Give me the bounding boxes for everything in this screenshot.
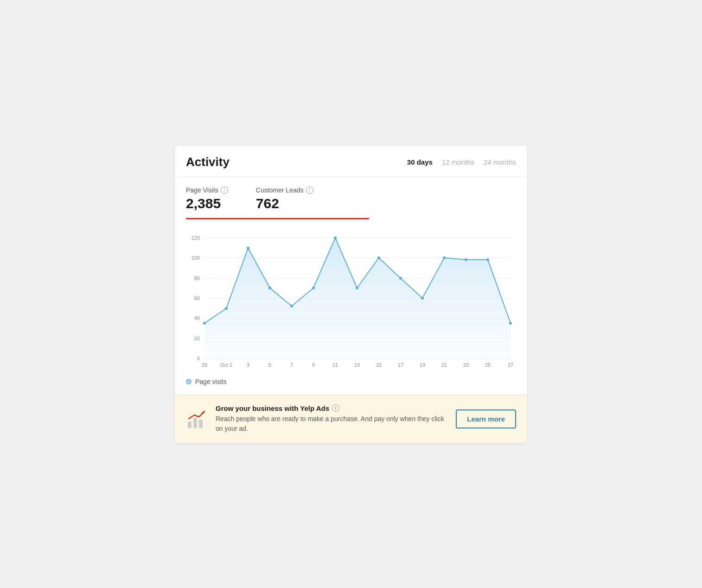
- data-point-3: [247, 247, 249, 249]
- page-title: Activity: [186, 155, 230, 169]
- x-label-19: 19: [420, 362, 425, 368]
- y-label-0: 0: [197, 356, 200, 361]
- promo-text-block: Grow your business with Yelp Ads i Reach…: [216, 404, 448, 434]
- x-label-27: 27: [508, 362, 513, 368]
- legend-label-page-visits: Page visits: [195, 378, 227, 385]
- metrics-row: Page Visits i 2,385 Customer Leads i 762: [175, 177, 527, 211]
- customer-leads-value: 762: [256, 196, 313, 211]
- data-point-8: [356, 287, 358, 289]
- x-label-21: 21: [441, 362, 447, 368]
- x-label-29: 29: [202, 362, 207, 368]
- promo-description: Reach people who are ready to make a pur…: [216, 414, 448, 434]
- customer-leads-info-icon[interactable]: i: [306, 186, 313, 194]
- x-label-15: 15: [376, 362, 382, 368]
- chart-container: 0 20 40 60 80 100 120: [186, 224, 516, 372]
- page-visits-metric: Page Visits i 2,385: [186, 186, 228, 211]
- chart-area: 0 20 40 60 80 100 120: [175, 219, 527, 372]
- data-point-2: [225, 307, 228, 310]
- data-point-12: [443, 256, 446, 259]
- page-visits-info-icon[interactable]: i: [221, 186, 228, 194]
- data-point-4: [268, 287, 271, 289]
- x-label-oct1: Oct 1: [220, 362, 232, 368]
- legend-dot-page-visits: [186, 379, 191, 384]
- x-label-17: 17: [398, 362, 403, 368]
- x-label-3: 3: [247, 362, 249, 368]
- y-label-20: 20: [194, 336, 200, 341]
- data-point-14: [486, 258, 489, 261]
- x-label-23: 23: [463, 362, 469, 368]
- filter-30-days[interactable]: 30 days: [407, 158, 433, 166]
- y-label-60: 60: [194, 295, 200, 301]
- chart-area-fill: [204, 238, 511, 358]
- activity-card: Activity 30 days 12 months 24 months Pag…: [175, 146, 527, 443]
- data-point-9: [377, 256, 380, 259]
- svg-rect-7: [188, 422, 191, 428]
- y-label-100: 100: [191, 255, 200, 261]
- data-point-13: [465, 258, 467, 261]
- filter-24-months[interactable]: 24 months: [484, 158, 516, 166]
- svg-rect-8: [193, 418, 197, 428]
- promo-info-icon[interactable]: i: [332, 404, 339, 412]
- x-label-5: 5: [268, 362, 271, 368]
- promo-title: Grow your business with Yelp Ads i: [216, 404, 448, 412]
- customer-leads-metric: Customer Leads i 762: [256, 186, 313, 211]
- line-chart: 0 20 40 60 80 100 120: [186, 224, 516, 372]
- data-point-5: [290, 305, 293, 307]
- x-label-9: 9: [312, 362, 315, 368]
- promo-banner: Grow your business with Yelp Ads i Reach…: [175, 395, 527, 443]
- data-point-11: [421, 297, 424, 300]
- x-label-7: 7: [290, 362, 293, 368]
- filter-12-months[interactable]: 12 months: [442, 158, 474, 166]
- data-point-10: [399, 277, 402, 280]
- page-visits-value: 2,385: [186, 196, 228, 211]
- x-label-13: 13: [354, 362, 360, 368]
- learn-more-button[interactable]: Learn more: [456, 409, 516, 428]
- y-label-120: 120: [191, 235, 200, 241]
- svg-rect-9: [199, 420, 203, 428]
- data-point-1: [203, 322, 206, 325]
- time-filter-group: 30 days 12 months 24 months: [407, 158, 516, 166]
- y-label-40: 40: [194, 315, 200, 321]
- yelp-ads-icon: [187, 409, 207, 429]
- card-header: Activity 30 days 12 months 24 months: [175, 146, 527, 177]
- data-point-7: [334, 236, 337, 239]
- x-label-25: 25: [485, 362, 491, 368]
- page-visits-label: Page Visits i: [186, 186, 228, 194]
- data-point-15: [509, 322, 512, 325]
- y-label-80: 80: [194, 275, 200, 281]
- promo-icon-wrap: [186, 408, 208, 430]
- chart-legend: Page visits: [175, 372, 527, 395]
- customer-leads-label: Customer Leads i: [256, 186, 313, 194]
- data-point-6: [312, 287, 315, 289]
- x-label-11: 11: [332, 362, 338, 368]
